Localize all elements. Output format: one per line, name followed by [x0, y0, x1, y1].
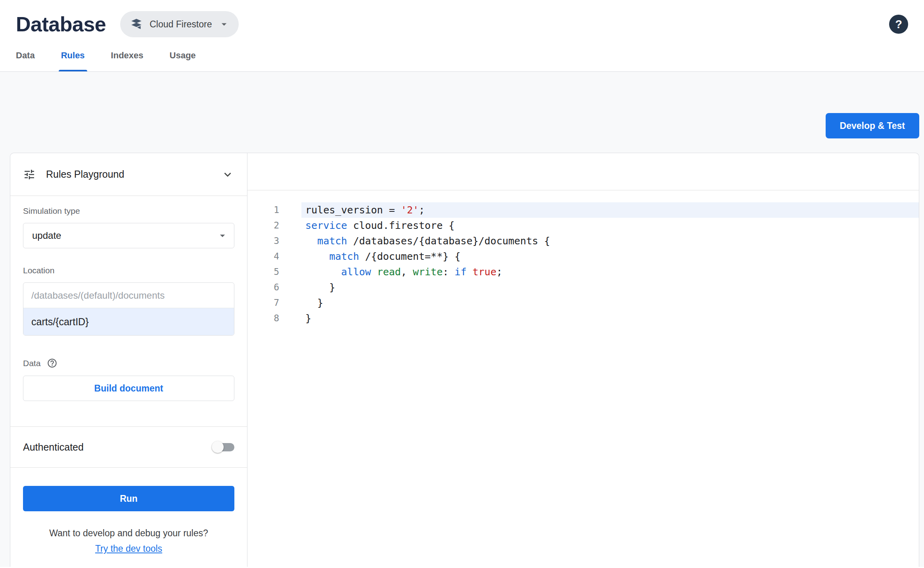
code-lines[interactable]: 1rules_version = '2';2service cloud.fire…	[247, 190, 919, 567]
chevron-down-icon[interactable]	[221, 168, 234, 181]
tab-usage[interactable]: Usage	[170, 40, 196, 71]
line-number: 3	[247, 233, 301, 249]
data-help-icon[interactable]	[47, 358, 58, 368]
rules-playground-panel: Rules Playground Simulation type update …	[10, 153, 247, 567]
develop-test-button[interactable]: Develop & Test	[826, 113, 919, 138]
dev-tools-text: Want to develop and debug your rules?	[23, 528, 234, 539]
authenticated-toggle[interactable]	[212, 441, 234, 453]
product-caret-icon	[218, 18, 230, 30]
line-number: 8	[247, 311, 301, 326]
code-line[interactable]: 8}	[247, 311, 919, 326]
code-line[interactable]: 3 match /databases/{database}/documents …	[247, 233, 919, 249]
content-area: Develop & Test Rules Playground Simulati…	[0, 72, 924, 567]
tab-bar: Data Rules Indexes Usage	[0, 40, 924, 72]
tab-indexes[interactable]: Indexes	[111, 40, 144, 71]
line-number: 2	[247, 218, 301, 233]
build-document-button[interactable]: Build document	[23, 376, 234, 401]
firestore-icon	[130, 17, 143, 31]
simulation-type-select[interactable]: update	[23, 223, 234, 248]
code-text[interactable]: match /{document=**} {	[301, 249, 919, 264]
code-text[interactable]: service cloud.firestore {	[301, 218, 919, 233]
playground-header[interactable]: Rules Playground	[10, 153, 247, 196]
run-button[interactable]: Run	[23, 486, 234, 511]
code-text[interactable]: }	[301, 295, 919, 311]
code-text[interactable]: }	[301, 280, 919, 295]
select-caret-icon	[217, 230, 228, 242]
line-number: 4	[247, 249, 301, 264]
location-input-group[interactable]: /databases/(default)/documents carts/{ca…	[23, 282, 234, 336]
help-icon: ?	[895, 18, 902, 31]
code-text[interactable]: rules_version = '2';	[301, 202, 919, 218]
code-text[interactable]: }	[301, 311, 919, 326]
tune-icon	[23, 168, 36, 181]
code-line[interactable]: 6 }	[247, 280, 919, 295]
code-line[interactable]: 4 match /{document=**} {	[247, 249, 919, 264]
authenticated-row: Authenticated	[10, 427, 247, 467]
action-row: Develop & Test	[0, 72, 924, 138]
playground-title: Rules Playground	[46, 169, 124, 180]
location-input[interactable]: carts/{cartID}	[23, 308, 234, 335]
simulation-type-value: update	[32, 230, 61, 241]
code-line[interactable]: 5 allow read, write: if true;	[247, 264, 919, 280]
dev-tools-link[interactable]: Try the dev tools	[23, 543, 234, 554]
product-selector-label: Cloud Firestore	[150, 19, 212, 30]
page-title: Database	[16, 11, 106, 37]
data-label: Data	[23, 359, 40, 368]
line-number: 5	[247, 264, 301, 280]
line-number: 6	[247, 280, 301, 295]
code-text[interactable]: match /databases/{database}/documents {	[301, 233, 919, 249]
location-label: Location	[23, 266, 234, 275]
line-number: 7	[247, 295, 301, 311]
code-line[interactable]: 2service cloud.firestore {	[247, 218, 919, 233]
main-card: Rules Playground Simulation type update …	[10, 153, 919, 567]
code-line[interactable]: 1rules_version = '2';	[247, 202, 919, 218]
rules-editor: 1rules_version = '2';2service cloud.fire…	[247, 153, 919, 567]
editor-toolbar	[247, 153, 919, 190]
code-line[interactable]: 7 }	[247, 295, 919, 311]
product-selector[interactable]: Cloud Firestore	[120, 11, 239, 37]
data-row: Data	[23, 358, 234, 368]
playground-body: Simulation type update Location /databas…	[10, 196, 247, 426]
line-number: 1	[247, 202, 301, 218]
help-button[interactable]: ?	[889, 15, 908, 34]
location-placeholder: /databases/(default)/documents	[23, 283, 234, 308]
tab-data[interactable]: Data	[16, 40, 35, 71]
page-header: Database Cloud Firestore ?	[0, 0, 924, 40]
run-section: Run Want to develop and debug your rules…	[10, 468, 247, 554]
code-text[interactable]: allow read, write: if true;	[301, 264, 919, 280]
tab-rules[interactable]: Rules	[61, 40, 85, 71]
toggle-thumb	[212, 441, 224, 453]
simulation-type-label: Simulation type	[23, 206, 234, 216]
authenticated-label: Authenticated	[23, 441, 84, 453]
